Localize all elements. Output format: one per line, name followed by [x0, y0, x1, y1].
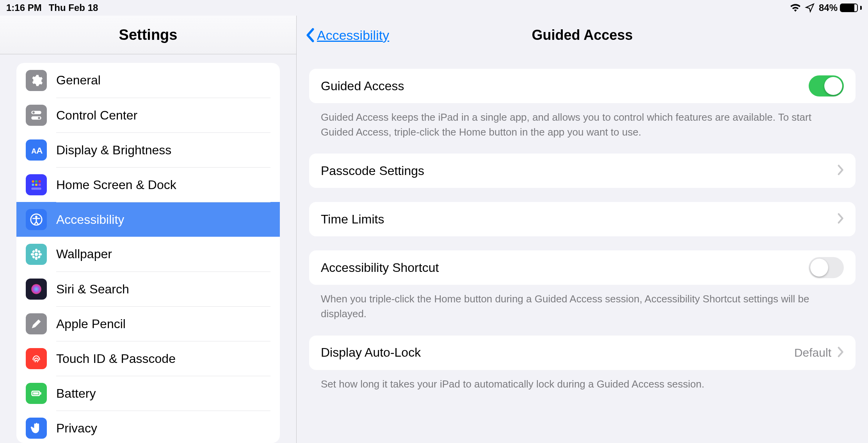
- battery-icon: [26, 383, 47, 404]
- sidebar-title: Settings: [119, 27, 178, 43]
- sidebar-item-privacy[interactable]: Privacy: [16, 411, 280, 443]
- group-display-auto-lock: Display Auto-Lock Default Set how long i…: [309, 336, 856, 392]
- sidebar-item-wallpaper[interactable]: Wallpaper: [16, 237, 280, 272]
- sidebar-item-label: Display & Brightness: [56, 143, 171, 157]
- status-bar: 1:16 PM Thu Feb 18 84%: [0, 0, 868, 16]
- svg-rect-27: [33, 392, 39, 395]
- siri-icon: [26, 279, 47, 300]
- sidebar-item-label: Home Screen & Dock: [56, 178, 176, 192]
- accessibility-shortcut-toggle[interactable]: [809, 257, 844, 278]
- row-label: Passcode Settings: [321, 164, 424, 178]
- row-label: Time Limits: [321, 212, 384, 227]
- sidebar-item-label: Privacy: [56, 421, 97, 436]
- wifi-icon: [790, 4, 801, 12]
- row-passcode-settings[interactable]: Passcode Settings: [309, 154, 856, 188]
- row-label: Accessibility Shortcut: [321, 261, 439, 275]
- hand-icon: [26, 418, 47, 439]
- group-footer: Set how long it takes your iPad to autom…: [309, 370, 856, 392]
- svg-text:A: A: [31, 146, 36, 155]
- svg-point-22: [32, 255, 35, 259]
- row-accessibility-shortcut[interactable]: Accessibility Shortcut: [309, 250, 856, 285]
- sidebar-item-label: Wallpaper: [56, 247, 112, 261]
- back-button[interactable]: Accessibility: [306, 16, 389, 55]
- location-icon: [805, 3, 815, 13]
- row-guided-access[interactable]: Guided Access: [309, 69, 856, 103]
- svg-rect-12: [31, 188, 41, 190]
- svg-point-14: [35, 216, 37, 218]
- settings-sidebar: Settings General Control Center AA Displ…: [0, 16, 297, 443]
- sidebar-item-apple-pencil[interactable]: Apple Pencil: [16, 306, 280, 341]
- accessibility-icon: [26, 209, 47, 230]
- svg-point-16: [35, 249, 37, 252]
- sidebar-item-label: Siri & Search: [56, 282, 129, 297]
- flower-icon: [26, 244, 47, 265]
- guided-access-toggle[interactable]: [809, 75, 844, 96]
- detail-pane: Accessibility Guided Access Guided Acces…: [297, 16, 868, 443]
- sidebar-item-label: General: [56, 73, 101, 88]
- svg-point-20: [32, 250, 35, 253]
- svg-rect-26: [40, 392, 41, 395]
- group-passcode-settings: Passcode Settings: [309, 154, 856, 188]
- battery-pct: 84%: [819, 2, 838, 13]
- text-size-icon: AA: [26, 139, 47, 161]
- sidebar-item-touch-id-passcode[interactable]: Touch ID & Passcode: [16, 341, 280, 376]
- svg-rect-9: [32, 184, 34, 186]
- pencil-icon: [26, 313, 47, 334]
- svg-rect-10: [35, 184, 37, 186]
- sidebar-item-label: Touch ID & Passcode: [56, 352, 176, 366]
- sidebar-item-battery[interactable]: Battery: [16, 376, 280, 411]
- group-footer: When you triple-click the Home button du…: [309, 285, 856, 321]
- svg-point-19: [39, 253, 42, 255]
- sidebar-header: Settings: [0, 16, 296, 54]
- fingerprint-icon: [26, 348, 47, 369]
- group-time-limits: Time Limits: [309, 202, 856, 236]
- svg-text:A: A: [36, 145, 43, 155]
- group-accessibility-shortcut: Accessibility Shortcut When you triple-c…: [309, 250, 856, 321]
- row-label: Display Auto-Lock: [321, 345, 421, 360]
- sidebar-item-control-center[interactable]: Control Center: [16, 98, 280, 132]
- svg-point-23: [37, 255, 41, 259]
- chevron-right-icon: [837, 164, 844, 177]
- svg-rect-7: [35, 180, 37, 183]
- status-date: Thu Feb 18: [49, 2, 98, 13]
- toggle-switches-icon: [26, 105, 47, 126]
- sidebar-item-general[interactable]: General: [16, 63, 280, 98]
- svg-rect-11: [39, 184, 41, 186]
- battery-fill: [841, 4, 854, 11]
- svg-rect-6: [32, 180, 34, 183]
- sidebar-item-home-screen-dock[interactable]: Home Screen & Dock: [16, 167, 280, 202]
- row-display-auto-lock[interactable]: Display Auto-Lock Default: [309, 336, 856, 370]
- svg-point-17: [35, 257, 37, 260]
- svg-point-18: [31, 253, 34, 255]
- svg-point-24: [31, 284, 41, 294]
- svg-point-1: [32, 111, 35, 114]
- sidebar-item-display-brightness[interactable]: AA Display & Brightness: [16, 132, 280, 167]
- sidebar-list: General Control Center AA Display & Brig…: [16, 63, 280, 443]
- sidebar-item-accessibility[interactable]: Accessibility: [16, 202, 280, 237]
- status-time: 1:16 PM: [6, 2, 42, 13]
- battery-indicator: 84%: [819, 2, 862, 13]
- sidebar-item-label: Accessibility: [56, 213, 124, 227]
- group-footer: Guided Access keeps the iPad in a single…: [309, 103, 856, 139]
- row-label: Guided Access: [321, 79, 404, 93]
- svg-point-3: [38, 117, 40, 119]
- sidebar-item-label: Apple Pencil: [56, 317, 126, 331]
- svg-point-21: [37, 250, 41, 253]
- group-guided-access-toggle: Guided Access Guided Access keeps the iP…: [309, 69, 856, 139]
- sidebar-item-label: Battery: [56, 386, 96, 401]
- gear-icon: [26, 70, 47, 91]
- svg-rect-8: [39, 180, 41, 183]
- back-label: Accessibility: [317, 28, 389, 43]
- row-value: Default: [794, 346, 831, 359]
- chevron-left-icon: [306, 28, 315, 43]
- sidebar-item-siri-search[interactable]: Siri & Search: [16, 272, 280, 306]
- detail-header: Accessibility Guided Access: [297, 16, 868, 55]
- svg-point-15: [35, 253, 38, 256]
- detail-title: Guided Access: [532, 27, 633, 43]
- chevron-right-icon: [837, 347, 844, 359]
- chevron-right-icon: [837, 213, 844, 225]
- row-time-limits[interactable]: Time Limits: [309, 202, 856, 236]
- sidebar-item-label: Control Center: [56, 108, 137, 123]
- app-grid-icon: [26, 174, 47, 195]
